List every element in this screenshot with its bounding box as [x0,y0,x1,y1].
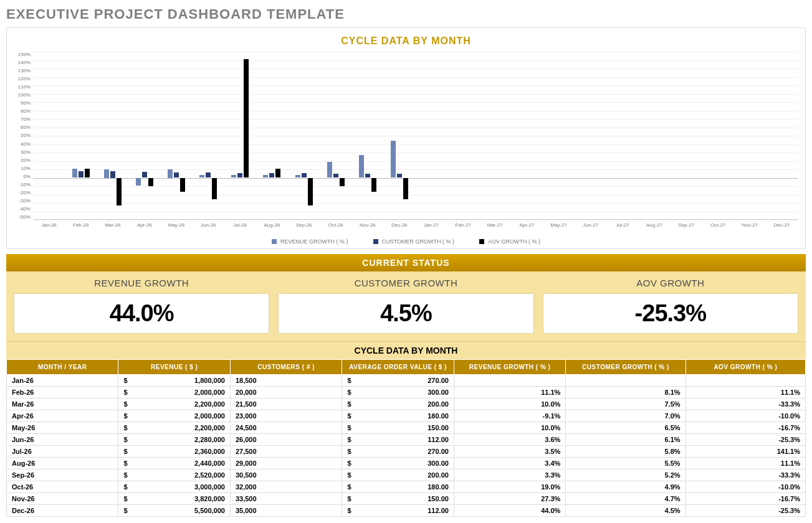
cell-customers: 29,000 [230,458,342,469]
table-row: Jul-26$2,360,00027,500$270.003.5%5.8%141… [7,446,806,458]
cell-cg: 6.1% [566,434,685,446]
y-tick: -20% [19,190,31,196]
cell-cg: 7.5% [566,398,685,410]
table-row: Jan-26$1,800,00018,500$270.00 [7,375,806,387]
table-row: Jun-26$2,280,00026,000$112.003.6%6.1%-25… [7,434,806,446]
cell-aov: $270.00 [342,375,454,387]
cell-ag: -25.3% [685,434,805,446]
cell-rg: 3.5% [454,446,565,458]
bar-cluster [231,52,249,220]
chart-bar [269,173,274,177]
x-tick: Aug-26 [256,220,288,235]
x-tick: Feb-27 [447,220,479,235]
data-table: MONTH / YEAR REVENUE ( $ ) CUSTOMERS ( #… [6,359,806,517]
chart-bar [206,172,211,177]
bar-cluster [135,52,154,220]
cell-aov: $150.00 [342,493,454,505]
chart-bar [231,175,236,178]
x-tick: Jul-27 [606,220,638,235]
chart-bar [199,175,204,178]
legend-customer: CUSTOMER GROWTH ( % ) [373,238,454,245]
cell-month: Apr-26 [7,410,118,422]
cell-aov: $112.00 [342,434,454,446]
chart-title: CYCLE DATA BY MONTH [14,35,798,47]
bar-cluster [772,52,791,220]
cell-customers: 24,500 [230,422,342,434]
cell-customers: 33,500 [230,493,342,505]
bar-cluster [454,52,472,220]
x-tick: Oct-27 [702,220,734,235]
bar-cluster [295,52,313,220]
y-tick: 70% [21,116,31,122]
bar-cluster [358,52,377,220]
table-row: May-26$2,200,00024,500$150.0010.0%6.5%-1… [7,422,806,434]
cell-customers: 23,000 [230,410,342,422]
cell-month: Feb-26 [7,387,118,398]
cell-month: Aug-26 [7,458,118,469]
bar-cluster [422,52,441,220]
cell-aov: $270.00 [342,446,454,458]
cell-cg: 4.9% [566,481,685,493]
cell-rg: 3.3% [454,469,565,481]
x-tick: Jun-26 [193,220,224,235]
table-row: Sep-26$2,520,00030,500$200.003.3%5.2%-33… [7,469,806,481]
th-ag: AOV GROWTH ( % ) [685,360,805,375]
y-tick: -40% [19,206,31,212]
chart-bar [359,155,364,178]
chart-bar [79,171,84,178]
th-aov: AVERAGE ORDER VALUE ( $ ) [342,360,454,375]
chart-bar [275,169,280,178]
cell-cg: 6.5% [566,422,685,434]
chart-bar [333,174,338,178]
chart-bar [295,175,300,177]
cell-revenue: $2,440,000 [118,458,230,469]
bar-cluster [740,52,759,220]
cell-aov: $180.00 [342,481,454,493]
status-card-aov: AOV GROWTH -25.3% [543,278,798,334]
y-tick: 10% [21,166,31,171]
y-tick: 50% [21,133,31,138]
cell-cg: 4.5% [566,505,685,517]
x-tick: Jan-26 [33,220,65,235]
chart-bar [110,171,115,177]
chart-bar [117,178,122,206]
bar-cluster [167,52,186,220]
bar-cluster [581,52,600,220]
cell-ag: 141.1% [685,446,805,458]
y-tick: 130% [18,68,31,73]
chart-bar [365,174,370,177]
cell-cg: 7.0% [566,410,685,422]
chart-bar [85,169,90,178]
y-tick: 120% [18,76,31,82]
cell-ag: -33.3% [685,398,805,410]
cell-month: Jun-26 [7,434,118,446]
table-row: Feb-26$2,000,00020,000$300.0011.1%8.1%11… [7,387,806,398]
bar-cluster [550,52,568,220]
cell-rg: 10.0% [454,398,565,410]
cell-cg: 8.1% [566,387,685,398]
chart-plot-area: 150%140%130%120%110%100%90%80%70%60%50%4… [14,52,798,220]
chart-bar [136,178,141,186]
chart-bar [142,172,147,177]
table-row: Apr-26$2,000,00023,000$180.00-9.1%7.0%-1… [7,410,806,422]
chart-bar [237,173,242,178]
bar-cluster [517,52,536,220]
cell-aov: $180.00 [342,410,454,422]
cell-revenue: $3,820,000 [118,493,230,505]
bar-cluster [485,52,504,220]
chart-bar [168,169,173,178]
x-tick: Oct-26 [320,220,351,235]
y-tick: 140% [18,60,31,65]
x-tick: Mar-27 [479,220,511,235]
table-row: Oct-26$3,000,00032,000$180.0019.0%4.9%-1… [7,481,806,493]
y-tick: 110% [18,84,31,90]
cell-rg: 11.1% [454,387,565,398]
cell-month: Nov-26 [7,493,118,505]
cell-revenue: $2,520,000 [118,469,230,481]
x-tick: Aug-27 [638,220,670,235]
legend-revenue-label: REVENUE GROWTH ( % ) [280,238,348,245]
cell-aov: $200.00 [342,398,454,410]
x-tick: Feb-26 [65,220,97,235]
th-month: MONTH / YEAR [7,360,118,375]
cell-ag: -16.7% [685,422,805,434]
